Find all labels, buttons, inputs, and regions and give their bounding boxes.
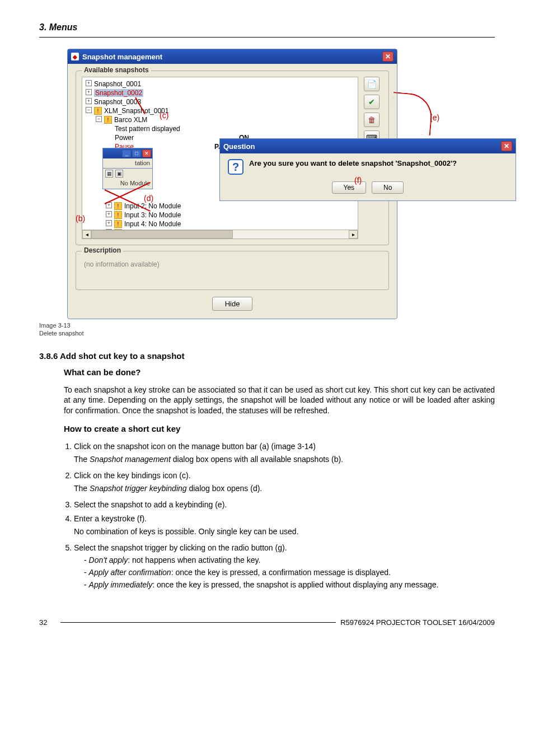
app-logo-icon: ◆: [71, 53, 79, 60]
warning-icon: !: [114, 202, 122, 210]
callout-b: (b): [76, 214, 85, 223]
question-icon: ?: [228, 159, 243, 175]
close-icon[interactable]: ✕: [142, 150, 151, 157]
expand-icon[interactable]: +: [106, 220, 112, 226]
page-number: 32: [39, 618, 56, 627]
tree-item[interactable]: +!Input 2: No Module: [86, 202, 354, 211]
list-item: Select the snapshot trigger by clicking …: [74, 543, 495, 591]
group-label: Description: [82, 246, 123, 254]
image-number: Image 3-13: [39, 321, 495, 329]
expand-icon[interactable]: +: [86, 98, 92, 104]
mini-titlebar: _ □ ✕: [103, 148, 152, 158]
warning-icon: !: [114, 220, 122, 228]
new-snapshot-button[interactable]: 📄: [364, 77, 380, 91]
camera-icon[interactable]: ▣: [115, 170, 123, 178]
callout-d: (d): [144, 194, 153, 203]
list-item: Click on the key bindings icon (c). The …: [74, 470, 495, 494]
callout-f: (f): [354, 176, 362, 185]
list-item: Click on the snapshot icon on the manage…: [74, 441, 495, 465]
header-rule: [39, 37, 495, 38]
question-dialog: Question ✕ ? Are you sure you want to de…: [219, 138, 516, 201]
warning-icon: !: [104, 116, 112, 124]
apply-snapshot-button[interactable]: ✔: [364, 95, 380, 109]
tree-item[interactable]: +Snapshot_0003: [86, 97, 354, 106]
hide-button[interactable]: Hide: [212, 297, 253, 311]
callout-c: (c): [160, 111, 168, 120]
delete-snapshot-button[interactable]: 🗑: [364, 113, 380, 127]
list-item: Don't apply: not happens when activating…: [84, 555, 495, 566]
list-item: Select the snapshot to add a keybinding …: [74, 500, 495, 510]
mini-window: ▦▣ No Module: [102, 168, 153, 189]
dialog-title: Question: [223, 142, 255, 151]
side-toolbar: 📄 ✔ 🗑 ⌨: [364, 77, 383, 145]
expand-icon[interactable]: +: [106, 211, 112, 217]
tree-item[interactable]: +Snapshot_0001: [86, 80, 354, 88]
tree-item[interactable]: +!Input 3: No Module: [86, 211, 354, 220]
window-titlebar: ◆ Snapshot management ✕: [68, 49, 397, 64]
scroll-left-icon[interactable]: ◂: [82, 230, 91, 239]
collapse-icon[interactable]: −: [86, 107, 92, 113]
group-label: Available snapshots: [82, 66, 151, 74]
sub-heading: What can be done?: [64, 367, 495, 377]
description-text: (no information available): [82, 257, 383, 284]
expand-icon[interactable]: +: [86, 80, 92, 86]
horizontal-scrollbar[interactable]: ◂ ▸: [82, 230, 358, 239]
tree-item[interactable]: Test pattern displayed: [86, 124, 354, 133]
mini-body: tation: [103, 158, 152, 169]
no-button[interactable]: No: [372, 181, 404, 194]
grid-icon[interactable]: ▦: [105, 170, 113, 178]
page-footer: 32 R5976924 PROJECTOR TOOLSET 16/04/2009: [39, 618, 495, 627]
tree-item[interactable]: −!XLM_Snapshot_0001: [86, 106, 354, 115]
mini-window: _ □ ✕ tation: [102, 148, 153, 169]
dialog-message: Are you sure you want to delete snapshot…: [249, 159, 457, 167]
close-icon[interactable]: ✕: [501, 141, 512, 151]
section-heading: 3.8.6 Add shot cut key to a snapshot: [39, 351, 495, 361]
chapter-header: 3. Menus: [39, 22, 495, 36]
list-item: Apply immediately: once the key is press…: [84, 580, 495, 590]
description-group: Description (no information available): [76, 251, 389, 290]
callout-e: (e): [430, 113, 439, 122]
warning-icon: !: [114, 211, 122, 219]
collapse-icon[interactable]: −: [96, 116, 102, 122]
maximize-icon[interactable]: □: [132, 150, 141, 157]
dialog-titlebar: Question ✕: [220, 139, 516, 153]
doc-id: R5976924 PROJECTOR TOOLSET 16/04/2009: [340, 618, 495, 627]
window-title: Snapshot management: [82, 53, 162, 61]
list-item: Apply after confirmation: once the key i…: [84, 567, 495, 578]
warning-icon: !: [94, 107, 102, 115]
expand-icon[interactable]: +: [86, 89, 92, 95]
tree-item[interactable]: +!Input 4: No Module: [86, 220, 354, 228]
scrollbar-thumb[interactable]: [91, 230, 233, 239]
callout-e-arc: [392, 82, 465, 138]
minimize-icon[interactable]: _: [122, 150, 131, 157]
image-caption: Delete snapshot: [39, 329, 495, 337]
list-item: Enter a keystroke (f). No combination of…: [74, 514, 495, 537]
scroll-right-icon[interactable]: ▸: [349, 230, 358, 239]
body-paragraph: To each snapshot a key stroke can be ass…: [64, 385, 495, 417]
steps-list: Click on the snapshot icon on the manage…: [64, 441, 495, 590]
close-icon[interactable]: ✕: [382, 52, 394, 62]
sub-heading: How to create a short cut key: [64, 424, 495, 433]
tree-item[interactable]: −!Barco XLM: [86, 115, 354, 124]
tree-item-selected[interactable]: +Snapshot_0002: [86, 88, 354, 97]
